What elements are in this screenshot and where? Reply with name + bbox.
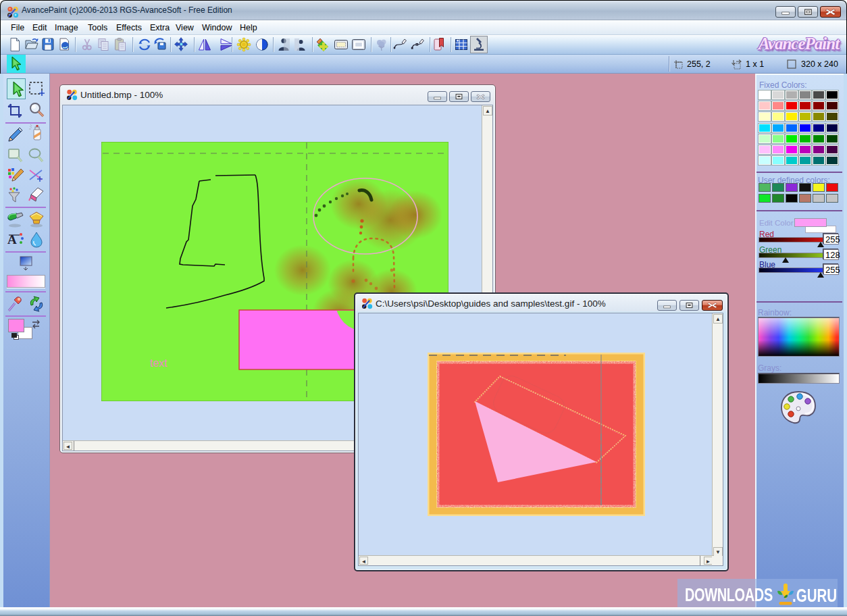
svg-text:text: text <box>150 357 168 369</box>
svg-text:A: A <box>7 232 17 247</box>
